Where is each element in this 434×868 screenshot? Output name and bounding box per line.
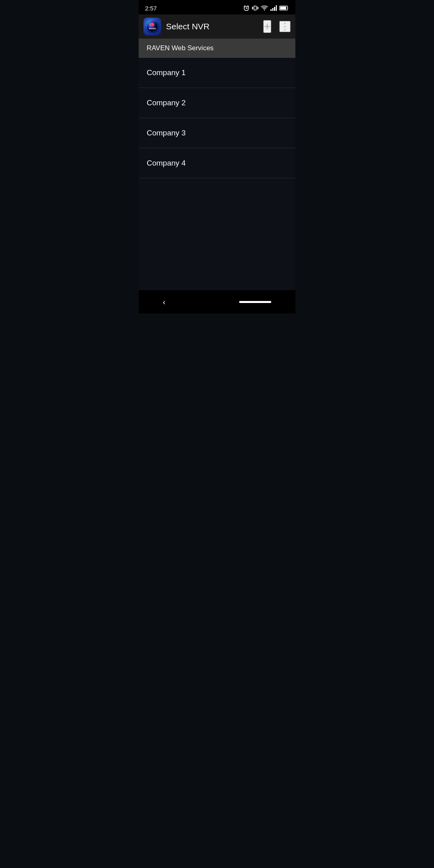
company-name: Company 1 <box>147 68 186 77</box>
company-name: Company 4 <box>147 159 186 167</box>
app-logo: RAVEN <box>143 18 161 35</box>
svg-point-18 <box>151 23 154 26</box>
alarm-icon <box>243 5 250 11</box>
app-logo-inner: RAVEN <box>145 19 160 34</box>
page-title: Select NVR <box>166 22 263 31</box>
raven-logo-svg: RAVEN <box>146 20 158 33</box>
svg-point-10 <box>264 10 265 10</box>
home-indicator[interactable] <box>239 301 271 303</box>
app-bar: RAVEN Select NVR + ⋮ <box>139 14 295 39</box>
signal-icon <box>270 5 277 11</box>
svg-rect-5 <box>254 6 256 10</box>
svg-point-17 <box>147 21 158 32</box>
svg-rect-11 <box>270 9 272 11</box>
add-nvr-button[interactable]: + <box>263 20 271 33</box>
svg-text:RAVEN: RAVEN <box>149 27 156 30</box>
more-options-button[interactable]: ⋮ <box>279 21 291 32</box>
back-button[interactable]: ‹ <box>163 297 166 307</box>
company-list: Company 1Company 2Company 3Company 4 <box>139 58 295 290</box>
wifi-icon <box>261 5 268 11</box>
svg-rect-13 <box>274 7 275 11</box>
list-item[interactable]: Company 1 <box>139 58 295 88</box>
svg-rect-16 <box>280 7 286 10</box>
svg-rect-14 <box>276 5 277 11</box>
section-header: RAVEN Web Services <box>139 39 295 58</box>
status-time: 2:57 <box>145 5 157 12</box>
status-bar: 2:57 <box>139 0 295 14</box>
company-name: Company 2 <box>147 98 186 107</box>
main-content: RAVEN Web Services Company 1Company 2Com… <box>139 39 295 290</box>
list-item[interactable]: Company 4 <box>139 148 295 178</box>
section-header-text: RAVEN Web Services <box>147 44 214 52</box>
vibrate-icon <box>252 5 258 11</box>
company-name: Company 3 <box>147 129 186 137</box>
list-item[interactable]: Company 3 <box>139 118 295 148</box>
bottom-nav: ‹ <box>139 290 295 313</box>
app-bar-actions: + ⋮ <box>263 20 291 33</box>
status-icons <box>243 5 289 11</box>
svg-rect-12 <box>272 8 274 11</box>
list-item[interactable]: Company 2 <box>139 88 295 118</box>
battery-icon <box>279 6 289 10</box>
